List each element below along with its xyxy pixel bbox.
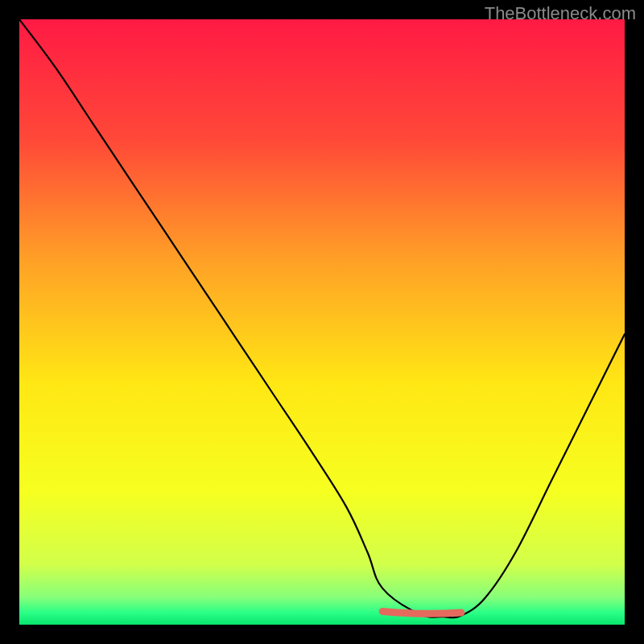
chart-container: TheBottleneck.com bbox=[0, 0, 644, 644]
plot-area bbox=[19, 19, 625, 625]
optimal-range-marker bbox=[19, 19, 625, 625]
watermark-text: TheBottleneck.com bbox=[485, 3, 636, 24]
